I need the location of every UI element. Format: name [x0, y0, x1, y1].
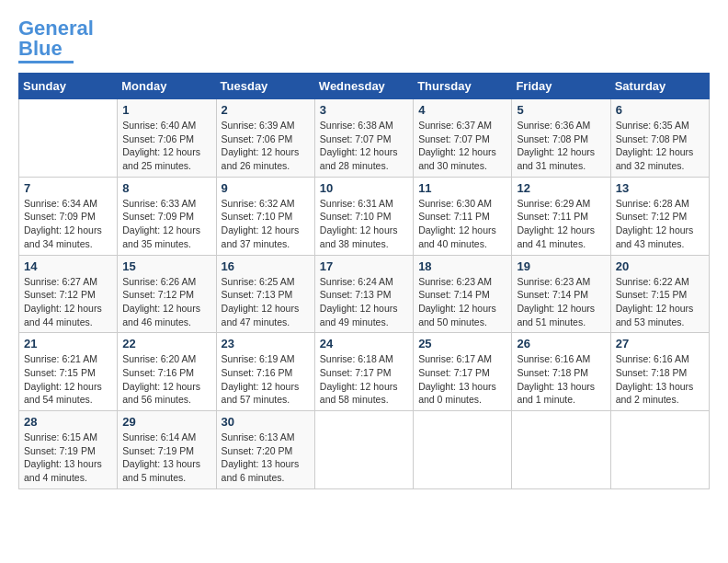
day-number: 28	[24, 415, 112, 429]
calendar-cell	[19, 99, 118, 178]
calendar-cell: 13Sunrise: 6:28 AMSunset: 7:12 PMDayligh…	[610, 177, 709, 255]
logo: General Blue	[18, 18, 94, 63]
calendar-cell: 22Sunrise: 6:20 AMSunset: 7:16 PMDayligh…	[118, 333, 216, 411]
calendar-table: SundayMondayTuesdayWednesdayThursdayFrid…	[18, 73, 710, 489]
day-number: 24	[320, 337, 408, 350]
day-number: 1	[122, 103, 210, 117]
day-info: Sunrise: 6:14 AMSunset: 7:19 PMDaylight:…	[122, 431, 210, 485]
day-number: 22	[122, 337, 210, 350]
calendar-week-1: 1Sunrise: 6:40 AMSunset: 7:06 PMDaylight…	[19, 99, 710, 178]
calendar-cell: 2Sunrise: 6:39 AMSunset: 7:06 PMDaylight…	[216, 99, 314, 178]
day-number: 14	[24, 259, 112, 273]
calendar-cell: 30Sunrise: 6:13 AMSunset: 7:20 PMDayligh…	[216, 411, 314, 489]
calendar-cell: 24Sunrise: 6:18 AMSunset: 7:17 PMDayligh…	[314, 333, 413, 411]
day-number: 13	[616, 181, 704, 195]
calendar-week-5: 28Sunrise: 6:15 AMSunset: 7:19 PMDayligh…	[19, 411, 710, 489]
calendar-cell	[610, 411, 709, 489]
weekday-sunday: Sunday	[19, 74, 118, 99]
day-info: Sunrise: 6:18 AMSunset: 7:17 PMDaylight:…	[320, 352, 408, 407]
weekday-saturday: Saturday	[610, 74, 709, 99]
weekday-tuesday: Tuesday	[216, 74, 314, 99]
logo-text: General Blue	[18, 18, 94, 59]
day-info: Sunrise: 6:15 AMSunset: 7:19 PMDaylight:…	[24, 431, 112, 485]
day-number: 20	[616, 259, 704, 273]
calendar-cell: 25Sunrise: 6:17 AMSunset: 7:17 PMDayligh…	[414, 333, 512, 411]
day-number: 27	[616, 337, 704, 350]
day-info: Sunrise: 6:36 AMSunset: 7:08 PMDaylight:…	[517, 119, 605, 173]
calendar-cell: 5Sunrise: 6:36 AMSunset: 7:08 PMDaylight…	[512, 99, 610, 178]
day-info: Sunrise: 6:23 AMSunset: 7:14 PMDaylight:…	[418, 275, 506, 329]
day-number: 29	[122, 415, 210, 429]
calendar-cell: 18Sunrise: 6:23 AMSunset: 7:14 PMDayligh…	[414, 255, 512, 333]
calendar-cell: 21Sunrise: 6:21 AMSunset: 7:15 PMDayligh…	[19, 333, 118, 411]
calendar-cell: 6Sunrise: 6:35 AMSunset: 7:08 PMDaylight…	[610, 99, 709, 178]
day-number: 30	[222, 415, 310, 429]
day-number: 10	[320, 181, 408, 195]
day-number: 23	[222, 337, 310, 350]
day-number: 6	[616, 103, 704, 117]
calendar-cell	[414, 411, 512, 489]
day-info: Sunrise: 6:31 AMSunset: 7:10 PMDaylight:…	[320, 197, 408, 251]
weekday-friday: Friday	[512, 74, 610, 99]
day-info: Sunrise: 6:28 AMSunset: 7:12 PMDaylight:…	[616, 197, 704, 251]
calendar-cell: 4Sunrise: 6:37 AMSunset: 7:07 PMDaylight…	[414, 99, 512, 178]
calendar-cell: 11Sunrise: 6:30 AMSunset: 7:11 PMDayligh…	[414, 177, 512, 255]
day-info: Sunrise: 6:35 AMSunset: 7:08 PMDaylight:…	[616, 119, 704, 173]
calendar-cell: 26Sunrise: 6:16 AMSunset: 7:18 PMDayligh…	[512, 333, 610, 411]
weekday-wednesday: Wednesday	[314, 74, 413, 99]
day-number: 21	[24, 337, 112, 350]
day-info: Sunrise: 6:33 AMSunset: 7:09 PMDaylight:…	[122, 197, 210, 251]
calendar-week-4: 21Sunrise: 6:21 AMSunset: 7:15 PMDayligh…	[19, 333, 710, 411]
calendar-cell: 17Sunrise: 6:24 AMSunset: 7:13 PMDayligh…	[314, 255, 413, 333]
weekday-thursday: Thursday	[414, 74, 512, 99]
day-number: 11	[418, 181, 506, 195]
day-info: Sunrise: 6:34 AMSunset: 7:09 PMDaylight:…	[24, 197, 112, 251]
day-number: 9	[222, 181, 310, 195]
page-header: General Blue	[18, 18, 710, 63]
day-info: Sunrise: 6:24 AMSunset: 7:13 PMDaylight:…	[320, 275, 408, 329]
day-number: 8	[122, 181, 210, 195]
logo-blue: Blue	[18, 37, 63, 60]
day-number: 7	[24, 181, 112, 195]
day-number: 2	[222, 103, 310, 117]
logo-underline	[18, 61, 74, 63]
calendar-cell: 15Sunrise: 6:26 AMSunset: 7:12 PMDayligh…	[118, 255, 216, 333]
day-number: 26	[517, 337, 605, 350]
day-info: Sunrise: 6:29 AMSunset: 7:11 PMDaylight:…	[517, 197, 605, 251]
day-info: Sunrise: 6:20 AMSunset: 7:16 PMDaylight:…	[122, 352, 210, 407]
calendar-cell: 3Sunrise: 6:38 AMSunset: 7:07 PMDaylight…	[314, 99, 413, 178]
day-number: 4	[418, 103, 506, 117]
day-number: 5	[517, 103, 605, 117]
weekday-header-row: SundayMondayTuesdayWednesdayThursdayFrid…	[19, 74, 710, 99]
day-info: Sunrise: 6:26 AMSunset: 7:12 PMDaylight:…	[122, 275, 210, 329]
day-number: 17	[320, 259, 408, 273]
day-info: Sunrise: 6:25 AMSunset: 7:13 PMDaylight:…	[222, 275, 310, 329]
day-info: Sunrise: 6:39 AMSunset: 7:06 PMDaylight:…	[222, 119, 310, 173]
calendar-cell: 23Sunrise: 6:19 AMSunset: 7:16 PMDayligh…	[216, 333, 314, 411]
calendar-cell: 10Sunrise: 6:31 AMSunset: 7:10 PMDayligh…	[314, 177, 413, 255]
day-number: 16	[222, 259, 310, 273]
day-info: Sunrise: 6:21 AMSunset: 7:15 PMDaylight:…	[24, 352, 112, 407]
day-info: Sunrise: 6:32 AMSunset: 7:10 PMDaylight:…	[222, 197, 310, 251]
day-number: 15	[122, 259, 210, 273]
day-info: Sunrise: 6:13 AMSunset: 7:20 PMDaylight:…	[222, 431, 310, 485]
calendar-cell	[512, 411, 610, 489]
day-number: 12	[517, 181, 605, 195]
calendar-cell: 12Sunrise: 6:29 AMSunset: 7:11 PMDayligh…	[512, 177, 610, 255]
day-info: Sunrise: 6:17 AMSunset: 7:17 PMDaylight:…	[418, 352, 506, 407]
calendar-week-2: 7Sunrise: 6:34 AMSunset: 7:09 PMDaylight…	[19, 177, 710, 255]
day-info: Sunrise: 6:22 AMSunset: 7:15 PMDaylight:…	[616, 275, 704, 329]
calendar-cell: 29Sunrise: 6:14 AMSunset: 7:19 PMDayligh…	[118, 411, 216, 489]
day-info: Sunrise: 6:19 AMSunset: 7:16 PMDaylight:…	[222, 352, 310, 407]
day-number: 25	[418, 337, 506, 350]
calendar-cell: 20Sunrise: 6:22 AMSunset: 7:15 PMDayligh…	[610, 255, 709, 333]
day-info: Sunrise: 6:30 AMSunset: 7:11 PMDaylight:…	[418, 197, 506, 251]
calendar-cell: 27Sunrise: 6:16 AMSunset: 7:18 PMDayligh…	[610, 333, 709, 411]
calendar-cell: 9Sunrise: 6:32 AMSunset: 7:10 PMDaylight…	[216, 177, 314, 255]
calendar-cell: 8Sunrise: 6:33 AMSunset: 7:09 PMDaylight…	[118, 177, 216, 255]
day-info: Sunrise: 6:38 AMSunset: 7:07 PMDaylight:…	[320, 119, 408, 173]
calendar-body: 1Sunrise: 6:40 AMSunset: 7:06 PMDaylight…	[19, 99, 710, 489]
calendar-cell: 28Sunrise: 6:15 AMSunset: 7:19 PMDayligh…	[19, 411, 118, 489]
day-info: Sunrise: 6:40 AMSunset: 7:06 PMDaylight:…	[122, 119, 210, 173]
weekday-monday: Monday	[118, 74, 216, 99]
